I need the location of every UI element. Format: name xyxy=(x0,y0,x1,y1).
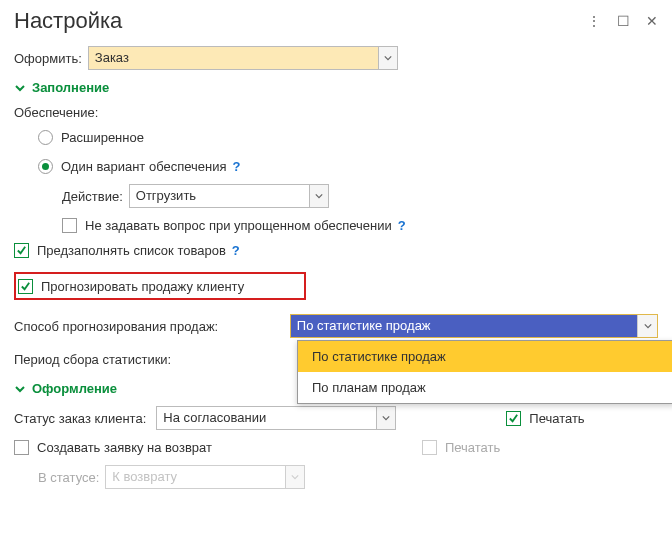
chevron-down-icon[interactable] xyxy=(309,184,329,208)
status-value: На согласовании xyxy=(156,406,376,430)
checkbox-noask[interactable] xyxy=(62,218,77,233)
checkbox-print[interactable] xyxy=(506,411,521,426)
help-icon[interactable]: ? xyxy=(233,159,241,174)
status-select[interactable]: На согласовании xyxy=(156,406,396,430)
checkbox-prefill-label: Предзаполнять список товаров xyxy=(37,243,226,258)
print-label: Печатать xyxy=(529,411,584,426)
checkbox-forecast-client-label: Прогнозировать продажу клиенту xyxy=(41,279,244,294)
in-status-select: К возврату xyxy=(105,465,305,489)
close-icon[interactable]: ✕ xyxy=(646,13,658,29)
forecast-method-value: По статистике продаж xyxy=(291,315,637,337)
chevron-down-icon xyxy=(285,465,305,489)
in-status-value: К возврату xyxy=(105,465,285,489)
oformit-select[interactable]: Заказ xyxy=(88,46,398,70)
checkbox-prefill[interactable] xyxy=(14,243,29,258)
help-icon[interactable]: ? xyxy=(232,243,240,258)
dropdown-option[interactable]: По статистике продаж xyxy=(298,341,672,372)
section-fill-label: Заполнение xyxy=(32,80,109,95)
section-design-label: Оформление xyxy=(32,381,117,396)
stat-period-label: Период сбора статистики: xyxy=(14,352,171,367)
maximize-icon[interactable]: ☐ xyxy=(617,13,630,29)
chevron-down-icon xyxy=(14,383,26,395)
dropdown-option[interactable]: По планам продаж xyxy=(298,372,672,403)
forecast-method-label: Способ прогнозирования продаж: xyxy=(14,319,284,334)
status-label: Статус заказ клиента: xyxy=(14,411,146,426)
forecast-method-select[interactable]: По статистике продаж xyxy=(290,314,658,338)
checkbox-noask-label: Не задавать вопрос при упрощенном обеспе… xyxy=(85,218,392,233)
radio-extended[interactable] xyxy=(38,130,53,145)
action-label: Действие: xyxy=(62,189,123,204)
kebab-menu-icon[interactable]: ⋮ xyxy=(587,13,601,29)
action-select[interactable]: Отгрузить xyxy=(129,184,329,208)
action-value: Отгрузить xyxy=(129,184,309,208)
page-title: Настройка xyxy=(14,8,122,34)
radio-single-label: Один вариант обеспечения xyxy=(61,159,227,174)
checkbox-create-return[interactable] xyxy=(14,440,29,455)
help-icon[interactable]: ? xyxy=(398,218,406,233)
oformit-value: Заказ xyxy=(88,46,378,70)
radio-extended-label: Расширенное xyxy=(61,130,144,145)
radio-single[interactable] xyxy=(38,159,53,174)
in-status-label: В статусе: xyxy=(38,470,99,485)
checkbox-print-disabled xyxy=(422,440,437,455)
chevron-down-icon xyxy=(14,82,26,94)
section-fill-toggle[interactable]: Заполнение xyxy=(14,80,658,95)
obespechenie-label: Обеспечение: xyxy=(14,105,98,120)
checkbox-create-return-label: Создавать заявку на возврат xyxy=(37,440,212,455)
chevron-down-icon[interactable] xyxy=(378,46,398,70)
oformit-label: Оформить: xyxy=(14,51,82,66)
forecast-method-dropdown: По статистике продаж По планам продаж xyxy=(297,340,672,404)
chevron-down-icon[interactable] xyxy=(637,315,657,337)
print-disabled-label: Печатать xyxy=(445,440,500,455)
checkbox-forecast-client[interactable] xyxy=(18,279,33,294)
chevron-down-icon[interactable] xyxy=(376,406,396,430)
